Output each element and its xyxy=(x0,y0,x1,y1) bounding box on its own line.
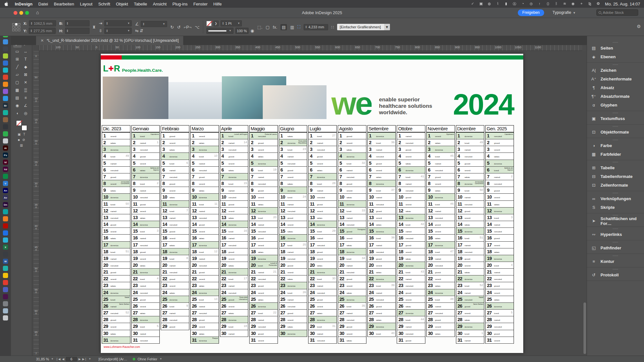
next-page-button[interactable]: ▶ xyxy=(79,357,81,361)
panel-item-seiten[interactable]: ▤Seiten xyxy=(587,44,644,52)
pencil-tool[interactable]: ▱ xyxy=(13,71,22,79)
panel-item-glyphen[interactable]: αGlyphen xyxy=(587,101,644,109)
panel-group-grip[interactable]: ▪▪▪▪▪ xyxy=(587,63,644,66)
workspace-switcher[interactable]: Typografie▼ xyxy=(553,10,576,15)
dock-icon-app-orange2[interactable] xyxy=(3,216,8,221)
panel-group-grip[interactable]: ▪▪▪▪▪ xyxy=(587,255,644,257)
calendar-table[interactable]: Dic. 20231venerdì2sabato3domenica4lunedì… xyxy=(102,125,514,344)
dock-icon-app-teal2[interactable] xyxy=(3,68,8,73)
panel-group-grip[interactable]: ▪▪▪▪▪ xyxy=(587,192,644,194)
month-column[interactable]: Febbraio1giovedì2venerdì3sabato4domenica… xyxy=(161,125,189,330)
stepper-icon[interactable]: ▲▼ xyxy=(305,25,307,29)
fill-swatch-none[interactable] xyxy=(16,120,22,126)
dock-icon-app-teal4[interactable] xyxy=(3,209,8,214)
dock-icon-app-red2[interactable] xyxy=(3,280,8,285)
panel-item-absatzformate[interactable]: ¶⁺Absatzformate xyxy=(587,92,644,101)
panel-item-zellenformate[interactable]: ⊡Zellenformate xyxy=(587,181,644,190)
month-column[interactable]: Luglio1lunedì272martedì3mercoledì4gioved… xyxy=(308,125,337,344)
month-column[interactable]: Gennaio1lunedìCapodanno2martedì13mercole… xyxy=(131,125,160,344)
text-wrap-bounding-icon[interactable]: ▥ xyxy=(290,25,294,30)
apply-none-icon[interactable]: ⊘ xyxy=(22,138,25,142)
dock-icon-indesign[interactable]: Id xyxy=(3,160,8,165)
panel-item-protokoll[interactable]: ↺Protokoll xyxy=(587,271,644,279)
hand-tool[interactable]: ◖ xyxy=(13,109,22,117)
panel-item-kontur[interactable]: ≡Kontur xyxy=(587,257,644,266)
bluetooth-icon[interactable]: ᛒ xyxy=(554,2,559,6)
vertical-scrollbar[interactable] xyxy=(583,302,586,354)
panel-item-farbe[interactable]: ◑Farbe xyxy=(587,141,644,150)
menu-item-bearbeiten[interactable]: Bearbeiten xyxy=(51,2,77,6)
panel-item-skripte[interactable]: SSkripte xyxy=(587,203,644,212)
dock-icon-animate[interactable]: An xyxy=(3,188,8,193)
dock-icon-photoshop[interactable]: Ps xyxy=(3,153,8,158)
panel-item-tabelle[interactable]: ⊞Tabelle xyxy=(587,163,644,172)
x-position-field[interactable]: ▲▼ 1062,5 mm xyxy=(29,20,56,26)
fitting-grid-icon[interactable]: ∷ xyxy=(331,25,334,30)
menu-item-datei[interactable]: Datei xyxy=(35,2,51,6)
stepper-icon[interactable]: ▲▼ xyxy=(222,22,224,25)
dock-icon-folder[interactable] xyxy=(3,308,8,313)
month-column[interactable]: Maggio1mercoledìFesta del Lavoro2giovedì… xyxy=(249,125,278,344)
free-transform-tool[interactable]: ▩ xyxy=(13,86,22,94)
calendar-page[interactable]: L✚R People.Health.Care. we enable superi… xyxy=(101,54,523,353)
menu-item-plug-ins[interactable]: Plug-ins xyxy=(169,2,190,6)
shield-icon[interactable]: Ⓐ xyxy=(512,2,517,6)
month-column[interactable]: Aprile1lunedìLunedì dell'Angelo2martedì1… xyxy=(220,125,249,337)
menu-item-fenster[interactable]: Fenster xyxy=(190,2,210,6)
stepper-icon[interactable]: ▲▼ xyxy=(67,29,69,32)
preflight-status-text[interactable]: Ohne Fehler xyxy=(137,357,157,361)
dock-icon-app-red[interactable] xyxy=(3,75,8,80)
creative-cloud-icon[interactable]: ◍ xyxy=(487,2,492,6)
dock-icon-app-purple[interactable] xyxy=(3,89,8,94)
battery-icon[interactable]: ▮ xyxy=(504,2,508,6)
panel-item-textumfluss[interactable]: ▣Textumfluss xyxy=(587,114,644,123)
scale-y-dropdown[interactable]: ▲▼▼ xyxy=(104,28,132,34)
dock-icon-app-green2[interactable] xyxy=(3,131,8,136)
stepper-icon[interactable]: ▲▼ xyxy=(30,29,32,32)
page-number-field[interactable]: 6 xyxy=(66,357,77,361)
dock-icon-app-green3[interactable] xyxy=(3,174,8,179)
stroke-style-dropdown[interactable]: ▼ xyxy=(206,28,233,34)
width-field[interactable]: ▲▼ xyxy=(65,20,90,26)
page-tool[interactable]: ▭ xyxy=(13,48,22,55)
sync-icon[interactable]: ✓ xyxy=(470,2,475,6)
dock-icon-app-teal6[interactable] xyxy=(3,266,8,271)
dock-icon-app-blue3[interactable] xyxy=(3,96,8,101)
formatting-text-icon[interactable]: T xyxy=(23,133,25,136)
eyedropper-tool[interactable]: ◉ xyxy=(13,102,22,109)
object-style-dropdown[interactable]: [Einfacher Grafikrahmen] ▼ xyxy=(337,24,390,30)
ruler-corner[interactable] xyxy=(33,45,39,51)
dock-icon-app-gray2[interactable] xyxy=(3,301,8,306)
height-field[interactable]: ▲▼ xyxy=(65,28,90,34)
vertical-ruler[interactable]: 0501001502002503003504004505005506006507 xyxy=(33,51,39,356)
dock-icon-app-brown[interactable] xyxy=(3,117,8,122)
spotlight-icon[interactable]: ⌖ xyxy=(579,2,584,6)
measure-tool[interactable]: ∠ xyxy=(22,102,30,109)
panel-group-grip[interactable]: ▪▪▪▪▪ xyxy=(587,161,644,163)
menu-item-tabelle[interactable]: Tabelle xyxy=(131,2,150,6)
panel-group-grip[interactable]: ▪▪▪▪▪ xyxy=(587,125,644,128)
adobe-stock-search[interactable]: Adobe Stock xyxy=(596,9,638,16)
stepper-icon[interactable]: ▲▼ xyxy=(67,22,69,25)
type-tool[interactable]: T xyxy=(22,55,30,63)
panel-item-verkn-pfungen[interactable]: ∞Verknüpfungen xyxy=(587,194,644,203)
dock-icon-app-blue2[interactable] xyxy=(3,60,8,66)
dock-icon-app-dark[interactable] xyxy=(3,46,8,51)
reference-point-proxy[interactable] xyxy=(12,23,20,31)
panel-item-objektformate[interactable]: ⊡Objektformate xyxy=(587,128,644,136)
month-column[interactable]: Ottobre1martedì2mercoledì3giovedì4venerd… xyxy=(397,125,425,344)
menu-item-indesign[interactable]: InDesign xyxy=(12,2,35,6)
free-transform-icon[interactable]: ⌐P¬ xyxy=(184,25,192,30)
content-collector-tool[interactable]: ⊞ xyxy=(13,55,22,63)
document-tab[interactable]: ✕ *L_und_R-Wandkalender 2024.indd @ 32 %… xyxy=(36,36,183,45)
rotate-ccw-icon[interactable]: ↺ xyxy=(177,25,181,30)
month-column[interactable]: Settembre1domenica2lunedì363martedì4merc… xyxy=(367,125,396,337)
zoom-tool[interactable]: ◎ xyxy=(22,109,30,117)
dock-icon-dimension[interactable]: Dn xyxy=(3,202,8,207)
panel-item-ebenen[interactable]: ◈Ebenen xyxy=(587,52,644,61)
flip-icons[interactable]: ⇋ ⇵ xyxy=(135,28,143,33)
rectangle-frame-tool[interactable]: ⊠ xyxy=(22,71,30,79)
corner-options-icon[interactable]: ⬚. xyxy=(257,25,262,30)
month-column[interactable]: Giugno1sabato2domenicaFesta della Repubb… xyxy=(279,125,308,337)
code-icon[interactable]: ⟨⟩ xyxy=(546,2,550,6)
